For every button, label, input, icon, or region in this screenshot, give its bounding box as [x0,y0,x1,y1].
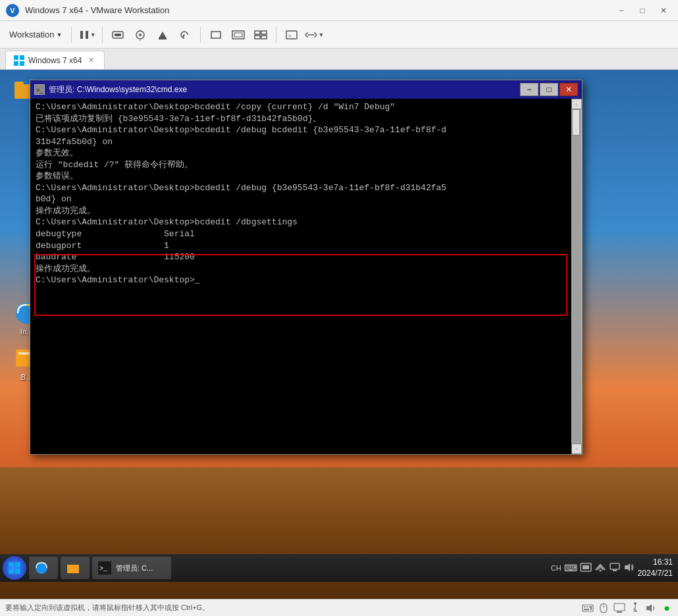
svg-rect-16 [261,36,267,39]
workstation-menu-button[interactable]: Workstation ▼ [5,25,66,45]
tab-windows7x64[interactable]: Windows 7 x64 ✕ [5,51,105,69]
console-button[interactable]: >_ [282,25,301,45]
stretch-button[interactable]: ▼ [304,25,324,45]
vmware-window: V Windows 7 x64 - VMware Workstation − □… [0,0,678,616]
tab-bar: Windows 7 x64 ✕ [0,49,678,70]
cmd-content: C:\Users\Administrator\Desktop>bcdedit /… [30,99,582,454]
status-usb-icon [629,602,641,614]
svg-marker-45 [625,563,630,571]
svg-rect-31 [9,562,14,567]
cmd-line-10: b0d} on [36,193,569,205]
cmd-line-0: C:\Users\Administrator\Desktop>bcdedit /… [36,101,569,113]
console-icon: >_ [285,29,298,41]
status-mouse-icon [598,602,610,614]
pause-icon [78,29,90,41]
snapshot-icon [134,29,147,41]
cmd-window[interactable]: >_ 管理员: C:\Windows\system32\cmd.exe − □ … [30,80,583,455]
svg-text:>_: >_ [99,565,108,573]
svg-rect-5 [115,34,121,36]
cmd-line-7: 参数错误。 [36,170,569,182]
svg-rect-54 [614,603,625,611]
svg-rect-8 [159,38,167,39]
svg-text:V: V [10,7,15,14]
cmd-minimize-button[interactable]: − [520,83,538,96]
status-keyboard-icon [582,602,594,614]
svg-rect-21 [20,55,24,60]
fit-window-button[interactable] [206,25,226,45]
cmd-close-button[interactable]: ✕ [560,83,578,96]
svg-rect-20 [14,55,18,60]
cmd-line-9: C:\Users\Administrator\Desktop>bcdedit /… [36,182,569,194]
svg-rect-50 [584,609,589,610]
taskbar-cmd-button[interactable]: >_ 管理员: C... [92,557,171,579]
status-green-indicator: ● [661,602,673,614]
ctrl-alt-del-icon [111,29,124,41]
svg-point-7 [139,34,142,36]
full-screen-button[interactable] [228,25,248,45]
pause-button[interactable]: ▼ [77,25,97,45]
cmd-titlebar[interactable]: >_ 管理员: C:\Windows\system32\cmd.exe − □ … [30,80,582,99]
vmware-logo-icon: V [5,3,20,18]
taskbar-time-text: 16:31 [638,557,673,568]
taskbar-cmd-icon: >_ [97,561,112,575]
snapshot-button[interactable] [130,25,150,45]
title-bar-controls: − □ ✕ [612,3,673,18]
svg-rect-44 [613,570,617,571]
unity-button[interactable] [251,25,271,45]
taskbar-network-icon [594,562,606,575]
taskbar-ch-label: CH [551,564,561,572]
revert-button[interactable] [175,25,195,45]
toolbar: Workstation ▼ ▼ [0,21,678,49]
svg-rect-2 [80,31,83,39]
scrollbar-down-button[interactable]: ▼ [571,444,582,454]
scrollbar-thumb[interactable] [572,109,580,136]
taskbar-keyboard-icon: ⌨ [564,563,577,573]
vm-viewport[interactable]: In... B... [0,70,678,599]
svg-rect-37 [67,565,72,567]
revert-icon [178,29,192,41]
taskbar-ie-icon [34,561,49,575]
minimize-button[interactable]: − [612,3,631,18]
svg-rect-48 [587,606,588,607]
svg-point-56 [634,602,637,605]
svg-rect-22 [14,61,18,66]
svg-rect-47 [584,606,585,607]
cmd-line-5: 参数无效。 [36,147,569,159]
svg-rect-23 [20,61,24,66]
svg-rect-12 [234,33,242,37]
toolbar-separator-1 [71,27,72,43]
svg-rect-10 [211,32,221,38]
taskbar-volume-icon [623,562,635,575]
title-bar: V Windows 7 x64 - VMware Workstation − □… [0,0,678,21]
svg-rect-14 [261,31,267,34]
svg-rect-41 [583,565,589,569]
windows-tab-icon [14,55,24,66]
maximize-button[interactable]: □ [633,3,652,18]
unity-icon [253,29,268,41]
suspend-button[interactable] [153,25,172,45]
send-ctrl-alt-del-button[interactable] [108,25,128,45]
svg-rect-51 [590,606,592,610]
cmd-title-left: >_ 管理员: C:\Windows\system32\cmd.exe [34,84,187,95]
svg-rect-32 [15,562,20,567]
svg-rect-15 [255,36,260,39]
toolbar-separator-4 [276,27,276,43]
full-screen-icon [231,29,246,41]
cmd-scrollbar[interactable]: ▲ ▼ [571,99,582,454]
taskbar-right: CH ⌨ [546,557,678,579]
close-button[interactable]: ✕ [654,3,673,18]
tab-close-button[interactable]: ✕ [86,55,96,66]
taskbar-explorer-button[interactable] [61,557,90,579]
scrollbar-track [572,109,581,444]
taskbar-ie-button[interactable] [29,557,58,579]
taskbar-date-text: 2024/7/21 [638,568,673,579]
taskbar-explorer-icon [66,561,80,575]
start-button[interactable] [3,556,26,580]
toolbar-separator-2 [102,27,103,43]
taskbar-display-icon [609,562,621,575]
cmd-maximize-button[interactable]: □ [540,83,558,96]
vm-taskbar: >_ 管理员: C... CH ⌨ [0,554,678,582]
pause-dropdown: ▼ [90,32,96,38]
status-hint-text: 要将输入定向到该虚拟机，请将鼠标指针移入其中或按 Ctrl+G。 [5,603,209,613]
scrollbar-up-button[interactable]: ▲ [571,99,582,109]
